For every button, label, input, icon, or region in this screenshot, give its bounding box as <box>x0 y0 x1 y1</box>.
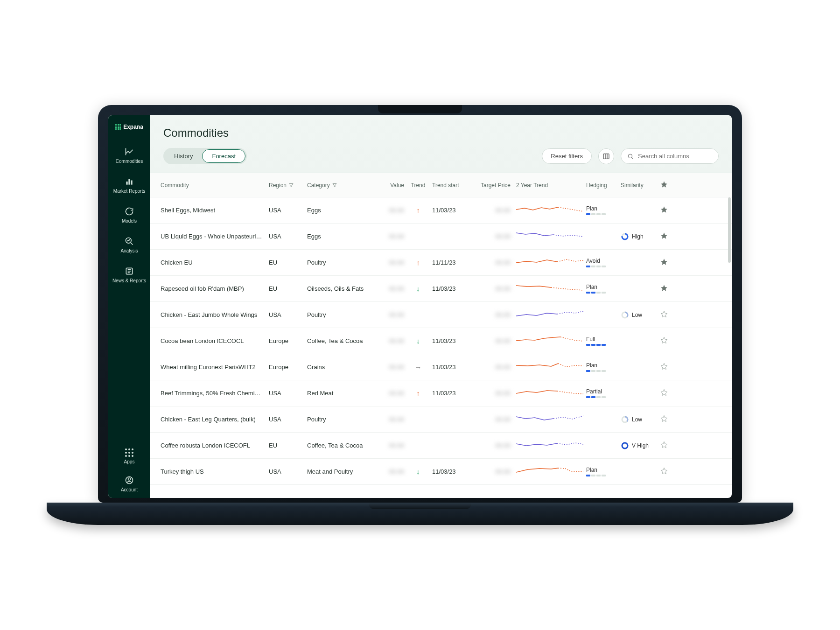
cell-hedging: Plan <box>583 284 618 294</box>
star-icon <box>660 467 668 475</box>
filter-icon <box>332 182 337 188</box>
cell-value: 00.00 <box>379 468 407 475</box>
columns-icon <box>602 153 610 160</box>
th-similarity[interactable]: Similarity <box>618 182 656 189</box>
svg-point-6 <box>128 478 130 480</box>
cell-region: USA <box>266 311 304 318</box>
nav-commodities[interactable]: Commodities <box>116 147 143 164</box>
table-row[interactable]: Chicken EU EU Poultry 00.00 ↑ 11/11/23 0… <box>150 250 732 276</box>
cell-region: USA <box>266 390 304 397</box>
cell-trend-start: 11/11/23 <box>429 259 474 266</box>
cell-star[interactable] <box>656 415 672 424</box>
brand-logo-icon <box>115 124 121 130</box>
cell-star[interactable] <box>656 336 672 345</box>
cell-similarity: Low <box>618 415 656 424</box>
cell-star[interactable] <box>656 258 672 267</box>
cell-star[interactable] <box>656 310 672 319</box>
th-trend-start[interactable]: Trend start <box>429 182 474 189</box>
cell-region: EU <box>266 442 304 449</box>
svg-rect-0 <box>126 182 127 185</box>
screen-bezel: Expana Commodities Market Reports Models <box>98 105 742 503</box>
circle-arrow-icon <box>125 207 134 216</box>
cell-commodity: Turkey thigh US <box>158 468 266 475</box>
cell-target: 00.00 <box>474 311 513 318</box>
cell-trend-start: 11/03/23 <box>429 364 474 371</box>
nav-market-reports[interactable]: Market Reports <box>113 177 145 194</box>
similarity-ring-icon <box>621 441 629 450</box>
cell-star[interactable] <box>656 467 672 476</box>
cell-similarity: Low <box>618 311 656 319</box>
reset-filters-button[interactable]: Reset filters <box>542 148 592 164</box>
hedging-bar <box>586 266 615 267</box>
hedging-label: Plan <box>586 467 615 473</box>
cell-trend: ↑ <box>407 259 429 266</box>
nav-models[interactable]: Models <box>122 207 137 224</box>
cell-star[interactable] <box>656 389 672 398</box>
cell-trend: ↓ <box>407 468 429 476</box>
table-row[interactable]: Chicken - East Jumbo Whole Wings USA Pou… <box>150 302 732 328</box>
similarity-ring-icon <box>621 232 629 241</box>
cell-region: Europe <box>266 337 304 344</box>
th-target[interactable]: Target Price <box>474 182 513 189</box>
cell-region: USA <box>266 233 304 240</box>
th-trend[interactable]: Trend <box>407 182 429 189</box>
cell-category: Meat and Poultry <box>304 468 379 475</box>
table-row[interactable]: Cocoa bean London ICECOCL Europe Coffee,… <box>150 328 732 354</box>
th-region[interactable]: Region <box>266 182 304 189</box>
cell-star[interactable] <box>656 441 672 450</box>
nav-news[interactable]: News & Reports <box>112 266 146 283</box>
star-icon <box>660 363 668 370</box>
cell-region: USA <box>266 207 304 214</box>
scrollbar[interactable] <box>728 197 731 263</box>
tab-group: History Forecast <box>163 148 247 164</box>
cell-value: 00.00 <box>379 233 407 240</box>
th-star[interactable] <box>656 181 672 189</box>
nav-label: Models <box>122 218 137 224</box>
cell-category: Poultry <box>304 259 379 266</box>
columns-button[interactable] <box>598 148 614 164</box>
star-icon <box>660 441 668 448</box>
th-category-label: Category <box>307 182 330 189</box>
table-row[interactable]: Coffee robusta London ICECOFL EU Coffee,… <box>150 433 732 459</box>
th-category[interactable]: Category <box>304 182 379 189</box>
th-value[interactable]: Value <box>379 182 407 189</box>
th-commodity[interactable]: Commodity <box>158 182 266 189</box>
notch <box>378 105 462 113</box>
table-row[interactable]: Rapeseed oil fob R'dam (MBP) EU Oilseeds… <box>150 276 732 302</box>
cell-star[interactable] <box>656 284 672 293</box>
hedging-label: Full <box>586 336 615 343</box>
cell-category: Coffee, Tea & Cocoa <box>304 337 379 344</box>
th-2yr-trend[interactable]: 2 Year Trend <box>513 182 583 189</box>
nav-label: Analysis <box>120 248 138 253</box>
search-input[interactable] <box>621 148 719 164</box>
star-icon <box>660 415 668 422</box>
account-icon <box>125 476 134 485</box>
cell-target: 00.00 <box>474 364 513 371</box>
cell-region: EU <box>266 285 304 292</box>
hedging-bar <box>586 396 615 398</box>
cell-value: 00.00 <box>379 416 407 423</box>
table-row[interactable]: Shell Eggs, Midwest USA Eggs 00.00 ↑ 11/… <box>150 197 732 224</box>
cell-commodity: Shell Eggs, Midwest <box>158 207 266 214</box>
table-row[interactable]: Chicken - East Leg Quarters, (bulk) USA … <box>150 406 732 433</box>
table-row[interactable]: Wheat milling Euronext ParisWHT2 Europe … <box>150 354 732 380</box>
nav-analysis[interactable]: Analysis <box>120 237 138 253</box>
cell-star[interactable] <box>656 206 672 215</box>
nav-apps[interactable]: Apps <box>124 448 135 464</box>
filter-icon <box>288 182 294 188</box>
nav-account[interactable]: Account <box>121 476 138 492</box>
th-hedging[interactable]: Hedging <box>583 182 618 189</box>
nav-label: Commodities <box>116 159 143 164</box>
table-row[interactable]: Beef Trimmings, 50% Fresh Chemic… USA Re… <box>150 380 732 406</box>
search-icon <box>627 153 634 160</box>
cell-star[interactable] <box>656 363 672 371</box>
header-controls: History Forecast Reset filters <box>163 148 719 164</box>
cell-star[interactable] <box>656 232 672 241</box>
tab-forecast[interactable]: Forecast <box>202 149 245 163</box>
cell-trend-start: 11/03/23 <box>429 390 474 397</box>
hedging-label: Plan <box>586 284 615 290</box>
tab-history[interactable]: History <box>165 149 202 163</box>
table-row[interactable]: Turkey thigh US USA Meat and Poultry 00.… <box>150 459 732 485</box>
cell-similarity: V High <box>618 441 656 450</box>
table-row[interactable]: UB Liquid Eggs - Whole Unpasteuri… USA E… <box>150 224 732 250</box>
